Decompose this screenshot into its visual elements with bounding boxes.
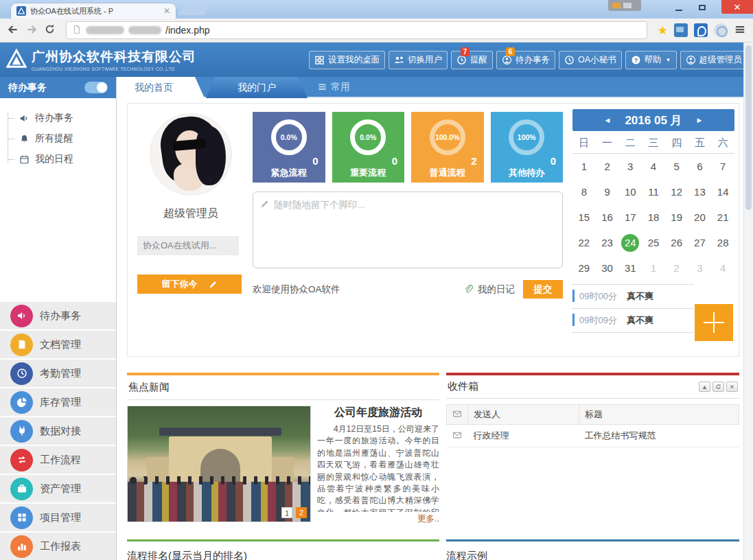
article-title[interactable]: 公司年度旅游活动 [317, 406, 439, 420]
tab-common[interactable]: 常用 [317, 77, 350, 97]
calendar-day[interactable]: 31 [618, 262, 642, 274]
calendar-day[interactable]: 7 [711, 161, 734, 172]
header-button-help[interactable]: ?帮助▼ [625, 51, 677, 69]
calendar-day[interactable]: 30 [596, 262, 619, 274]
inbox-column-header[interactable]: 发送人 [468, 405, 579, 425]
sidebar-item-docs[interactable]: 文档管理 [0, 331, 116, 358]
sidebar-item-data[interactable]: 数据对接 [0, 417, 116, 445]
calendar-day[interactable]: 13 [688, 186, 712, 198]
tab-my-portal[interactable]: 我的门户 [206, 77, 308, 98]
extension-icon[interactable] [694, 23, 708, 37]
calendar-day[interactable]: 2 [596, 161, 619, 172]
collapse-icon[interactable]: ▲ [699, 382, 710, 392]
tab-my-home[interactable]: 我的首页 [117, 77, 205, 98]
reload-icon[interactable] [44, 23, 56, 37]
calendar-day[interactable]: 27 [688, 237, 712, 248]
todo-toggle[interactable] [84, 82, 108, 93]
calendar-day[interactable]: 12 [665, 186, 688, 198]
calendar-day[interactable]: 20 [688, 211, 712, 223]
calendar-day[interactable]: 11 [642, 186, 665, 198]
calendar-day[interactable]: 25 [642, 237, 665, 248]
browser-menu-icon[interactable] [734, 23, 746, 38]
calendar-day[interactable]: 1 [642, 262, 665, 274]
calendar-day[interactable]: 21 [711, 211, 734, 223]
sidebar-item-projects[interactable]: 项目管理 [0, 504, 116, 531]
calendar-day-today[interactable]: 24 [618, 234, 642, 252]
sidebar-item-workflow[interactable]: 工作流程 [0, 446, 116, 474]
note-input[interactable]: 随时随地留下个脚印... [253, 191, 563, 268]
tree-item-schedule[interactable]: 我的日程 [10, 149, 116, 170]
calendar-day[interactable]: 10 [618, 186, 642, 198]
sidebar-item-assets[interactable]: 资产管理 [0, 475, 116, 502]
tab-close-icon[interactable]: ✕ [163, 7, 170, 15]
calendar-day[interactable]: 3 [618, 161, 642, 172]
calendar-day[interactable]: 5 [665, 161, 688, 172]
new-tab-button[interactable] [178, 5, 211, 15]
header-button-oa-secretary[interactable]: OA小秘书 [559, 51, 622, 69]
calendar-day[interactable]: 22 [572, 237, 596, 248]
stat-card[interactable]: 100%0其他待办 [491, 112, 564, 183]
header-button-todo-tasks[interactable]: 6待办事务 [496, 51, 555, 69]
inbox-row[interactable]: 行政经理工作总结书写规范 [447, 425, 739, 447]
header-button-reminders[interactable]: 7提醒 [451, 51, 493, 69]
stat-card[interactable]: 0.0%0紧急流程 [253, 112, 325, 183]
calendar-day[interactable]: 15 [572, 211, 596, 223]
calendar-day[interactable]: 4 [711, 262, 734, 274]
avatar[interactable] [150, 113, 232, 196]
news-photo[interactable]: 1 2 [127, 406, 311, 522]
footprint-button[interactable]: 留下你今 [137, 275, 242, 294]
add-schedule-button[interactable] [695, 304, 733, 341]
calendar-day[interactable]: 29 [572, 262, 596, 274]
window-close-button[interactable]: ✕ [721, 0, 753, 14]
calendar-next-icon[interactable]: ► [696, 116, 704, 124]
back-icon[interactable] [7, 23, 19, 38]
sidebar-item-reports[interactable]: 工作报表 [0, 533, 116, 560]
tree-item-reminders[interactable]: 所有提醒 [10, 128, 116, 149]
close-icon[interactable]: ✕ [726, 382, 738, 392]
stat-card[interactable]: 0.0%0重要流程 [332, 112, 405, 183]
calendar-day[interactable]: 16 [596, 211, 619, 223]
calendar-day[interactable]: 18 [642, 211, 665, 223]
scrollbar-thumb[interactable] [745, 45, 752, 210]
calendar-day[interactable]: 19 [665, 211, 688, 223]
sidebar-item-attend[interactable]: 考勤管理 [0, 360, 116, 387]
calendar-day[interactable]: 26 [665, 237, 688, 248]
calendar-day[interactable]: 17 [618, 211, 642, 223]
calendar-prev-icon[interactable]: ◄ [604, 116, 612, 124]
window-maximize-button[interactable] [693, 1, 712, 13]
sidebar-item-inventory[interactable]: 库存管理 [0, 388, 116, 416]
inbox-column-header[interactable]: 标题 [579, 405, 739, 425]
calendar-day[interactable]: 1 [572, 161, 596, 172]
calendar-day[interactable]: 14 [711, 186, 734, 198]
calendar-day[interactable]: 6 [688, 161, 712, 172]
extension-icon[interactable] [674, 23, 688, 37]
calendar-day[interactable]: 2 [665, 262, 688, 274]
bookmark-star-icon[interactable]: ★ [658, 25, 668, 36]
stat-card[interactable]: 100.0%2普通流程 [411, 112, 484, 183]
header-button-set-desktop[interactable]: 设置我的桌面 [309, 51, 385, 69]
calendar-day[interactable]: 8 [572, 186, 596, 198]
schedule-entry[interactable]: 09时00分真不爽 [572, 285, 693, 309]
sidebar-item-todo[interactable]: 待办事务 [0, 302, 116, 329]
forward-icon[interactable] [25, 23, 38, 38]
news-page-2[interactable]: 2 [296, 507, 307, 518]
news-page-1[interactable]: 1 [281, 507, 292, 518]
extension-icon[interactable] [714, 23, 728, 37]
more-link[interactable]: 更多.. [317, 513, 439, 525]
window-minimize-button[interactable] [669, 1, 688, 13]
page-scrollbar[interactable] [743, 43, 753, 560]
tree-item-todo[interactable]: 待办事务 [10, 108, 116, 128]
schedule-entry[interactable]: 09时09分真不爽 [572, 309, 693, 333]
calendar-day[interactable]: 28 [711, 237, 734, 248]
submit-button[interactable]: 提交 [523, 280, 563, 299]
calendar-day[interactable]: 23 [596, 237, 619, 248]
url-bar[interactable]: /index.php [66, 21, 647, 39]
header-button-admin[interactable]: 超级管理员 [680, 51, 748, 69]
calendar-day[interactable]: 3 [688, 262, 712, 274]
browser-tab[interactable]: 协众OA在线试用系统 - P ✕ [11, 3, 176, 19]
refresh-icon[interactable] [713, 382, 724, 392]
my-diary-link[interactable]: 我的日记 [463, 283, 515, 296]
calendar-day[interactable]: 4 [642, 161, 665, 172]
calendar-day[interactable]: 9 [596, 186, 619, 198]
header-button-switch-user[interactable]: 切换用户 [389, 51, 448, 69]
